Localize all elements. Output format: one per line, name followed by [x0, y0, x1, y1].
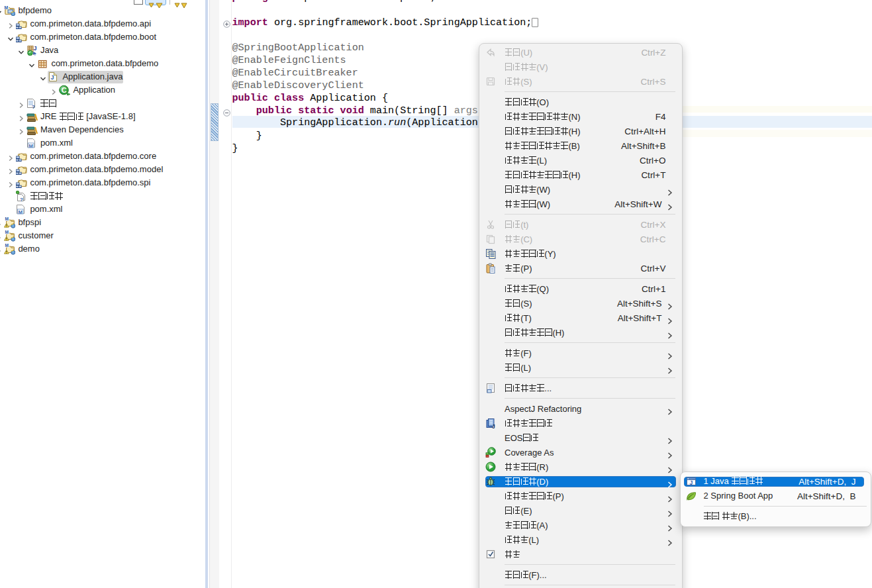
svg-text:M: M — [28, 143, 32, 149]
svg-text:M: M — [5, 230, 9, 234]
svg-text:J: J — [689, 479, 693, 485]
svg-text:J: J — [51, 74, 54, 81]
svg-text:C: C — [62, 86, 67, 94]
svg-text:J: J — [492, 423, 495, 429]
svg-text:?: ? — [32, 104, 35, 109]
svg-text:M: M — [5, 5, 9, 10]
svg-text:J: J — [33, 45, 36, 52]
svg-text:M: M — [5, 244, 9, 248]
svg-text:M: M — [19, 209, 23, 215]
svg-text:?: ? — [34, 52, 36, 56]
svg-text:?: ? — [20, 197, 23, 201]
svg-text:M: M — [5, 217, 9, 221]
